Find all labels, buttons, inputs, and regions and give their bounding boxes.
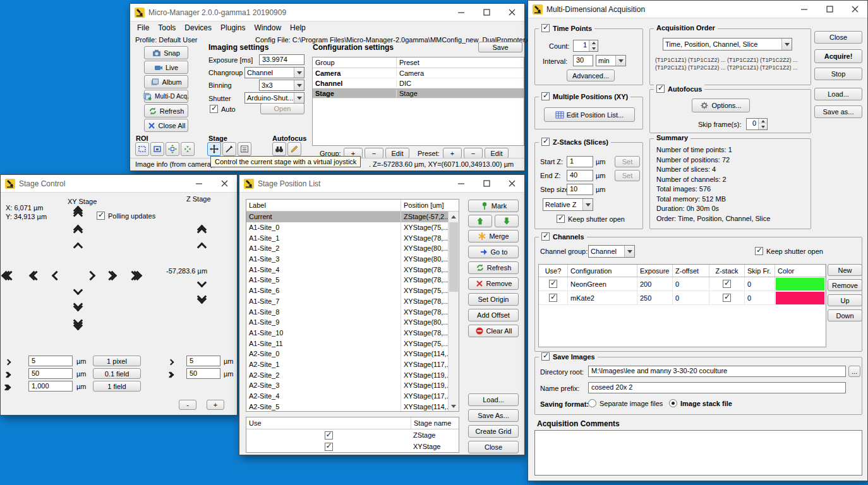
maximize-button[interactable] bbox=[817, 1, 842, 18]
remove-channel-button[interactable]: Remove bbox=[828, 279, 862, 291]
tenth-field-button[interactable]: 0.1 field bbox=[93, 368, 141, 379]
position-row[interactable]: A1-Site_0XYStage(75,... bbox=[246, 222, 449, 233]
stage-row[interactable]: XYStage bbox=[246, 441, 459, 452]
channel-group-select[interactable]: Channel bbox=[588, 245, 635, 258]
position-row[interactable]: A2-Site_1XYStage(117,... bbox=[246, 359, 449, 370]
z-plus-button[interactable]: + bbox=[207, 400, 224, 410]
column-header-zoffset[interactable]: Z-offset bbox=[673, 265, 709, 277]
position-list-titlebar[interactable]: Stage Position List bbox=[239, 175, 524, 193]
save-images-checkbox[interactable] bbox=[541, 352, 550, 361]
position-row[interactable]: A1-Site_3XYStage(80,... bbox=[246, 254, 449, 265]
channel-row[interactable]: NeonGreen20000 bbox=[539, 277, 826, 291]
spinner-down-button[interactable] bbox=[589, 46, 598, 52]
chevron-down-icon[interactable] bbox=[582, 199, 593, 210]
save-config-button[interactable]: Save bbox=[478, 42, 522, 52]
chevron-down-icon[interactable] bbox=[781, 39, 792, 50]
column-header-exposure[interactable]: Exposure bbox=[637, 265, 673, 277]
stage-position-list-button[interactable] bbox=[238, 142, 251, 156]
column-header-use[interactable]: Use bbox=[246, 419, 411, 427]
xy-step-large-icon[interactable] bbox=[4, 382, 8, 393]
create-grid-button[interactable]: Create Grid bbox=[468, 425, 519, 438]
xy-down-medium-button[interactable] bbox=[66, 302, 89, 308]
use-checkbox[interactable] bbox=[549, 280, 557, 288]
position-row[interactable]: A1-Site_5XYStage(78,... bbox=[246, 275, 449, 285]
config-row[interactable]: CameraCamera bbox=[313, 68, 524, 78]
config-row[interactable]: ChannelDIC bbox=[313, 78, 524, 88]
changroup-select[interactable]: Channel bbox=[244, 67, 304, 78]
z-up-small-button[interactable] bbox=[190, 246, 213, 248]
xy-left-small-button[interactable] bbox=[55, 268, 57, 283]
channel-up-button[interactable]: Up bbox=[828, 294, 862, 306]
column-header-group[interactable]: Group bbox=[313, 59, 396, 66]
menu-tools[interactable]: Tools bbox=[154, 22, 180, 33]
shutter-select[interactable]: Arduino-Shut... bbox=[244, 92, 304, 104]
z-step-medium-icon[interactable] bbox=[169, 369, 171, 380]
menu-devices[interactable]: Devices bbox=[180, 22, 216, 33]
position-row[interactable]: A1-Site_11XYStage(75,... bbox=[246, 338, 449, 349]
menu-window[interactable]: Window bbox=[250, 22, 286, 33]
acquire-button[interactable]: Acquire! bbox=[814, 49, 862, 63]
merge-button[interactable]: Merge bbox=[468, 230, 519, 242]
menu-help[interactable]: Help bbox=[286, 22, 310, 33]
maximize-button[interactable] bbox=[474, 4, 499, 21]
z-step-medium-input[interactable]: 50 bbox=[186, 368, 220, 379]
keep-shutter-open-checkbox[interactable] bbox=[557, 215, 565, 223]
directory-root-input[interactable]: M:\Images\lee and manny 3-30-20 cocultur… bbox=[588, 366, 846, 377]
interval-input[interactable]: 30 bbox=[573, 55, 593, 66]
z-step-small-icon[interactable] bbox=[170, 357, 171, 368]
multi-d-acq-button[interactable]: Multi-D Acq. bbox=[144, 90, 188, 103]
xy-right-medium-button[interactable] bbox=[108, 268, 113, 283]
start-z-input[interactable]: 1 bbox=[567, 156, 593, 167]
xy-step-medium-icon[interactable] bbox=[6, 369, 8, 380]
xy-up-medium-button[interactable] bbox=[66, 228, 89, 233]
minimize-button[interactable] bbox=[792, 1, 817, 18]
save-as-button[interactable]: Save As... bbox=[468, 409, 519, 422]
z-down-medium-button[interactable] bbox=[190, 295, 213, 300]
vertical-scrollbar[interactable] bbox=[448, 212, 459, 411]
position-row[interactable]: A2-Site_0XYStage(114,... bbox=[246, 349, 449, 359]
color-swatch[interactable] bbox=[776, 292, 824, 304]
stage-goto-button[interactable] bbox=[222, 142, 236, 156]
set-end-z-button[interactable]: Set bbox=[615, 170, 640, 181]
add-offset-button[interactable]: Add Offset bbox=[468, 309, 519, 321]
roi-full-button[interactable] bbox=[181, 142, 195, 156]
column-header-position[interactable]: Position [um] bbox=[401, 200, 459, 211]
column-header-configuration[interactable]: Configuration bbox=[568, 265, 637, 277]
maximize-button[interactable] bbox=[474, 175, 499, 192]
position-row[interactable]: A1-Site_2XYStage(80,... bbox=[246, 243, 449, 254]
polling-updates-checkbox[interactable] bbox=[97, 212, 105, 220]
position-row[interactable]: A2-Site_3XYStage(119,... bbox=[246, 380, 449, 391]
position-row[interactable]: A1-Site_6XYStage(75,... bbox=[246, 285, 449, 296]
scroll-up-button[interactable] bbox=[449, 212, 459, 222]
position-row[interactable]: A2-Site_4XYStage(117,... bbox=[246, 391, 449, 402]
advanced-button[interactable]: Advanced... bbox=[567, 69, 615, 81]
spinner-value[interactable]: 0 bbox=[747, 119, 758, 129]
menu-file[interactable]: File bbox=[133, 22, 154, 33]
z-minus-button[interactable]: - bbox=[179, 400, 196, 410]
one-field-button[interactable]: 1 field bbox=[93, 381, 141, 392]
channel-row[interactable]: mKate225000 bbox=[539, 291, 826, 305]
zstack-checkbox[interactable] bbox=[723, 280, 731, 288]
preset-edit-button[interactable]: Edit bbox=[485, 148, 509, 159]
roi-set-button[interactable] bbox=[150, 142, 164, 156]
mda-load-button[interactable]: Load... bbox=[814, 88, 862, 100]
separate-files-radio[interactable] bbox=[588, 399, 596, 407]
xy-up-small-button[interactable] bbox=[66, 246, 89, 248]
autofocus-options-button[interactable]: Options... bbox=[692, 99, 750, 112]
open-shutter-button[interactable]: Open bbox=[260, 103, 304, 114]
xy-step-medium-input[interactable]: 50 bbox=[28, 368, 73, 379]
preset-remove-button[interactable]: − bbox=[464, 148, 483, 159]
channel-down-button[interactable]: Down bbox=[828, 309, 862, 321]
minimize-button[interactable] bbox=[449, 4, 474, 21]
load-button[interactable]: Load... bbox=[468, 393, 519, 406]
count-spinner[interactable]: 1 bbox=[573, 40, 598, 52]
position-row[interactable]: A1-Site_7XYStage(78,... bbox=[246, 296, 449, 307]
chevron-down-icon[interactable] bbox=[294, 68, 304, 78]
mark-button[interactable]: Mark bbox=[468, 200, 519, 212]
image-stack-radio[interactable] bbox=[669, 399, 677, 407]
xy-up-large-button[interactable] bbox=[66, 209, 89, 217]
xy-step-small-input[interactable]: 5 bbox=[28, 356, 73, 366]
stage-row[interactable]: ZStage bbox=[246, 429, 459, 441]
position-row[interactable]: A2-Site_2XYStage(119,... bbox=[246, 369, 449, 380]
spinner-up-button[interactable] bbox=[759, 119, 767, 124]
